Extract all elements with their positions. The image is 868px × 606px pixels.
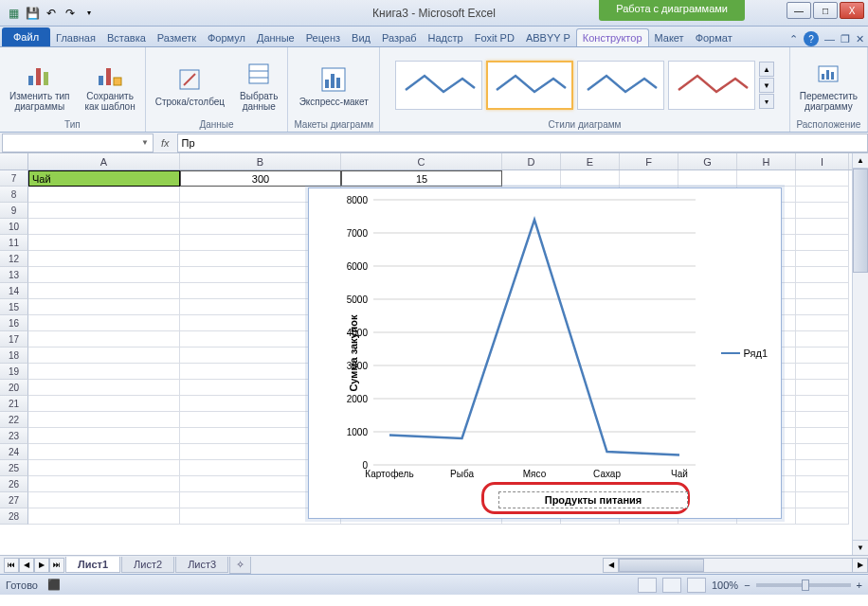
cell-I18[interactable] bbox=[796, 348, 849, 364]
cell-D7[interactable] bbox=[502, 170, 561, 187]
cell-I28[interactable] bbox=[796, 508, 849, 525]
cell-A22[interactable] bbox=[28, 412, 180, 428]
tab-formulas[interactable]: Формул bbox=[202, 29, 251, 46]
cell-A11[interactable] bbox=[28, 235, 180, 251]
cell-A17[interactable] bbox=[28, 331, 180, 348]
row-header[interactable]: 17 bbox=[0, 331, 28, 348]
sheet-nav-first-icon[interactable]: ⏮ bbox=[4, 558, 19, 573]
row-header[interactable]: 16 bbox=[0, 315, 28, 331]
tab-data[interactable]: Данные bbox=[251, 29, 300, 46]
cell-A28[interactable] bbox=[28, 508, 180, 525]
close-button[interactable]: X bbox=[840, 2, 864, 19]
tab-chart-format[interactable]: Формат bbox=[690, 29, 738, 46]
chart-plot-area[interactable]: 010002000300040005000600070008000 bbox=[373, 200, 696, 465]
scroll-up-icon[interactable]: ▲ bbox=[853, 153, 868, 169]
scroll-right-icon[interactable]: ▶ bbox=[852, 559, 867, 572]
cell-H7[interactable] bbox=[737, 170, 796, 187]
cell-I22[interactable] bbox=[796, 412, 849, 428]
view-page-layout-button[interactable] bbox=[662, 578, 681, 593]
view-page-break-button[interactable] bbox=[687, 578, 706, 593]
cell-A25[interactable] bbox=[28, 460, 180, 476]
column-header-B[interactable]: B bbox=[180, 153, 341, 169]
cell-I15[interactable] bbox=[796, 299, 849, 315]
cell-A20[interactable] bbox=[28, 380, 180, 396]
save-icon[interactable]: 💾 bbox=[25, 6, 40, 21]
cell-G7[interactable] bbox=[678, 170, 737, 187]
formula-input[interactable]: Пр bbox=[177, 134, 868, 152]
maximize-button[interactable]: □ bbox=[813, 2, 838, 19]
cell-A15[interactable] bbox=[28, 299, 180, 315]
row-header[interactable]: 8 bbox=[0, 187, 28, 203]
column-header-D[interactable]: D bbox=[502, 153, 561, 169]
chart-x-axis-title[interactable]: Продукты питания bbox=[498, 491, 688, 508]
chart-style-1[interactable] bbox=[395, 61, 482, 110]
tab-review[interactable]: Реценз bbox=[300, 29, 346, 46]
row-header[interactable]: 27 bbox=[0, 492, 28, 508]
row-header[interactable]: 13 bbox=[0, 267, 28, 283]
cell-I12[interactable] bbox=[796, 251, 849, 267]
vertical-scrollbar[interactable]: ▲ ▼ bbox=[852, 153, 868, 555]
new-sheet-button[interactable]: ✧ bbox=[229, 557, 251, 574]
view-normal-button[interactable] bbox=[638, 578, 657, 593]
tab-view[interactable]: Вид bbox=[346, 29, 376, 46]
tab-chart-design[interactable]: Конструктор bbox=[576, 28, 649, 46]
change-chart-type-button[interactable]: Изменить тип диаграммы bbox=[6, 57, 73, 114]
cell-A16[interactable] bbox=[28, 315, 180, 331]
doc-minimize-icon[interactable]: — bbox=[824, 33, 835, 45]
row-header[interactable]: 28 bbox=[0, 508, 28, 525]
tab-foxit[interactable]: Foxit PD bbox=[469, 29, 520, 46]
cell-A18[interactable] bbox=[28, 348, 180, 364]
doc-restore-icon[interactable]: ❐ bbox=[841, 33, 850, 45]
row-header[interactable]: 22 bbox=[0, 412, 28, 428]
cell-I17[interactable] bbox=[796, 331, 849, 348]
cell-C7[interactable]: 15 bbox=[341, 170, 502, 187]
cell-A7[interactable]: Чай bbox=[28, 170, 180, 187]
style-scroll-up-icon[interactable]: ▲ bbox=[759, 62, 774, 77]
fx-icon[interactable]: fx bbox=[161, 137, 170, 149]
column-header-F[interactable]: F bbox=[620, 153, 678, 169]
style-scroll-down-icon[interactable]: ▼ bbox=[759, 78, 774, 93]
zoom-in-button[interactable]: + bbox=[857, 579, 862, 591]
zoom-out-button[interactable]: − bbox=[744, 579, 750, 591]
sheet-tab-1[interactable]: Лист1 bbox=[65, 557, 120, 573]
cell-I10[interactable] bbox=[796, 219, 849, 235]
cell-E7[interactable] bbox=[561, 170, 620, 187]
tab-chart-layout[interactable]: Макет bbox=[649, 29, 690, 46]
row-header[interactable]: 21 bbox=[0, 396, 28, 412]
sheet-nav-last-icon[interactable]: ⏭ bbox=[49, 558, 64, 573]
file-tab[interactable]: Файл bbox=[2, 27, 50, 46]
cell-I8[interactable] bbox=[796, 187, 849, 203]
cell-I23[interactable] bbox=[796, 428, 849, 444]
row-header[interactable]: 7 bbox=[0, 170, 28, 187]
save-template-button[interactable]: Сохранить как шаблон bbox=[81, 57, 138, 114]
row-header[interactable]: 24 bbox=[0, 444, 28, 460]
cell-A19[interactable] bbox=[28, 364, 180, 380]
minimize-button[interactable]: — bbox=[787, 2, 811, 19]
horizontal-scrollbar[interactable]: ◀ ▶ bbox=[603, 558, 868, 573]
doc-close-icon[interactable]: ✕ bbox=[856, 33, 864, 45]
vertical-scroll-thumb[interactable] bbox=[853, 169, 868, 273]
zoom-slider-thumb[interactable] bbox=[802, 579, 809, 591]
help-icon[interactable]: ? bbox=[804, 31, 819, 46]
cell-A14[interactable] bbox=[28, 283, 180, 299]
redo-icon[interactable]: ↷ bbox=[63, 6, 78, 21]
column-header-G[interactable]: G bbox=[678, 153, 737, 169]
cell-A9[interactable] bbox=[28, 203, 180, 219]
zoom-level[interactable]: 100% bbox=[712, 579, 738, 591]
switch-row-column-button[interactable]: Строка/столбец bbox=[152, 62, 228, 109]
cell-A21[interactable] bbox=[28, 396, 180, 412]
row-header[interactable]: 9 bbox=[0, 203, 28, 219]
column-header-H[interactable]: H bbox=[737, 153, 796, 169]
name-box[interactable]: ▼ bbox=[2, 134, 154, 152]
cell-I19[interactable] bbox=[796, 364, 849, 380]
minimize-ribbon-icon[interactable]: ⌃ bbox=[789, 33, 798, 45]
cell-I26[interactable] bbox=[796, 476, 849, 492]
macro-record-icon[interactable]: ⬛ bbox=[47, 579, 61, 591]
hscroll-track[interactable] bbox=[619, 559, 852, 572]
zoom-slider[interactable] bbox=[756, 583, 851, 587]
sheet-nav-next-icon[interactable]: ▶ bbox=[34, 558, 49, 573]
row-header[interactable]: 26 bbox=[0, 476, 28, 492]
cell-I20[interactable] bbox=[796, 380, 849, 396]
tab-page-layout[interactable]: Разметк bbox=[152, 29, 202, 46]
sheet-nav-prev-icon[interactable]: ◀ bbox=[19, 558, 34, 573]
